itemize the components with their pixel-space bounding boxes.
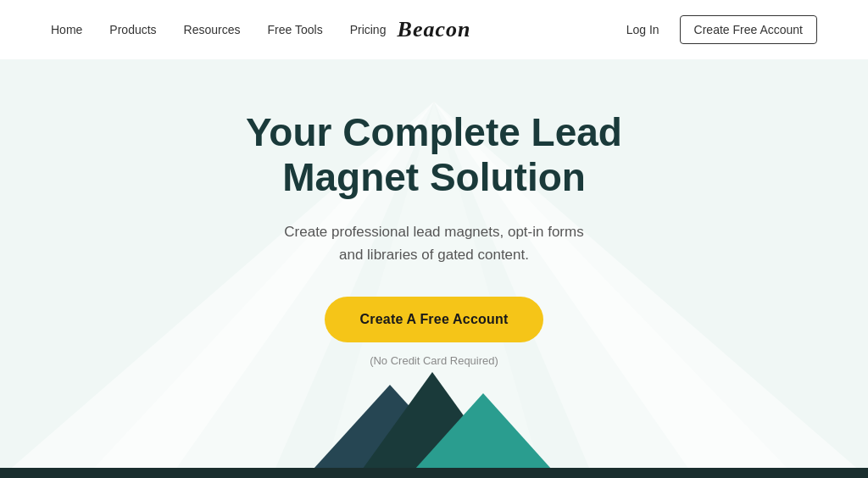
login-link[interactable]: Log In <box>626 23 659 36</box>
hero-cta-button[interactable]: Create A Free Account <box>325 297 544 342</box>
nav-free-tools[interactable]: Free Tools <box>268 23 323 36</box>
site-logo: Beacon <box>398 17 471 42</box>
svg-marker-5 <box>305 385 475 478</box>
bottom-dark-bar <box>0 468 868 478</box>
nav-links-left: Home Products Resources Free Tools Prici… <box>51 23 386 36</box>
mountain-illustration <box>0 359 868 478</box>
logo-container[interactable]: Beacon <box>398 17 471 42</box>
svg-marker-6 <box>356 372 509 478</box>
nav-home[interactable]: Home <box>51 23 82 36</box>
svg-marker-7 <box>407 393 559 478</box>
nav-products[interactable]: Products <box>109 23 156 36</box>
nav-resources[interactable]: Resources <box>184 23 241 36</box>
hero-title: Your Complete Lead Magnet Solution <box>246 110 622 200</box>
hero-content: Your Complete Lead Magnet Solution Creat… <box>246 110 622 367</box>
nav-pricing[interactable]: Pricing <box>350 23 387 36</box>
hero-subtitle: Create professional lead magnets, opt-in… <box>246 220 622 266</box>
hero-no-credit-card-note: (No Credit Card Required) <box>246 354 622 367</box>
nav-create-account-button[interactable]: Create Free Account <box>680 15 817 44</box>
nav-actions-right: Log In Create Free Account <box>626 15 817 44</box>
main-nav: Home Products Resources Free Tools Prici… <box>0 0 868 59</box>
hero-section: Your Complete Lead Magnet Solution Creat… <box>0 59 868 478</box>
